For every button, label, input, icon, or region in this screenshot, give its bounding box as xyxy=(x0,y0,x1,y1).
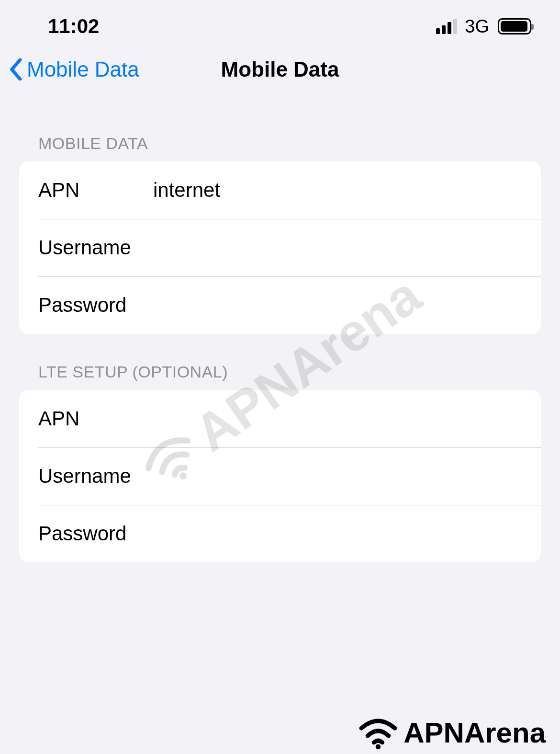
nav-bar: Mobile Data Mobile Data xyxy=(0,48,560,96)
row-label: Username xyxy=(38,236,153,259)
signal-icon xyxy=(436,19,457,34)
section-group: APN Username Password xyxy=(19,161,541,334)
row-lte-apn[interactable]: APN xyxy=(19,390,541,447)
password-input[interactable] xyxy=(153,294,522,317)
apn-input[interactable] xyxy=(153,179,522,202)
section-header: MOBILE DATA xyxy=(0,134,560,161)
lte-username-input[interactable] xyxy=(153,465,522,488)
section-header: LTE SETUP (OPTIONAL) xyxy=(0,363,560,390)
battery-icon xyxy=(498,18,531,34)
lte-apn-input[interactable] xyxy=(153,407,522,430)
row-apn[interactable]: APN xyxy=(19,161,541,219)
row-username[interactable]: Username xyxy=(19,219,541,276)
row-label: APN xyxy=(38,179,153,202)
row-lte-username[interactable]: Username xyxy=(19,447,541,505)
back-label: Mobile Data xyxy=(27,57,139,81)
status-right: 3G xyxy=(436,16,531,37)
svg-point-1 xyxy=(376,744,381,750)
back-button[interactable]: Mobile Data xyxy=(10,57,139,81)
section-mobile-data: MOBILE DATA APN Username Password xyxy=(0,134,560,334)
wifi-icon xyxy=(357,716,400,749)
watermark-text: APNArena xyxy=(403,716,546,749)
watermark-bottom: APNArena xyxy=(357,716,546,749)
row-lte-password[interactable]: Password xyxy=(19,505,541,562)
section-lte-setup: LTE SETUP (OPTIONAL) APN Username Passwo… xyxy=(0,363,560,562)
status-time: 11:02 xyxy=(48,15,99,38)
row-password[interactable]: Password xyxy=(19,276,541,334)
page-title: Mobile Data xyxy=(221,57,339,81)
lte-password-input[interactable] xyxy=(153,522,522,545)
row-label: Password xyxy=(38,294,153,317)
chevron-left-icon xyxy=(10,58,23,80)
username-input[interactable] xyxy=(153,236,522,259)
status-bar: 11:02 3G xyxy=(0,0,560,48)
row-label: APN xyxy=(38,407,153,430)
section-group: APN Username Password xyxy=(19,390,541,562)
row-label: Username xyxy=(38,465,153,488)
network-type: 3G xyxy=(465,16,489,37)
row-label: Password xyxy=(38,522,153,545)
